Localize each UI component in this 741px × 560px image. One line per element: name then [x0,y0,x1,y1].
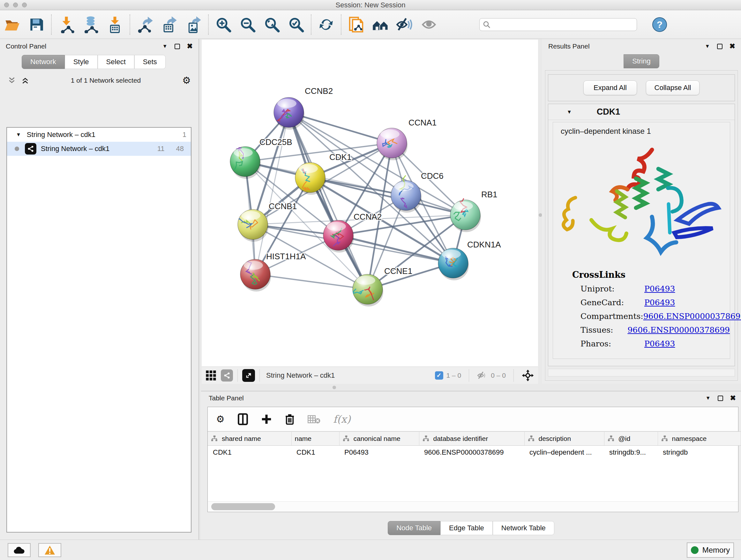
string-results-container: Expand All Collapse All ▼ CDK1 cyclin–de… [545,70,738,381]
network-node-ccna1[interactable]: CCNA1 [377,118,436,160]
crosslink-link[interactable]: P06493 [644,339,675,348]
network-row[interactable]: String Network – cdk1 11 48 [7,142,191,156]
scrollbar-thumb[interactable] [211,503,275,510]
table-horizontal-scrollbar[interactable] [208,501,738,511]
close-panel-icon[interactable]: ✖ [730,42,735,51]
float-panel-icon[interactable] [717,44,723,49]
column-header-database-identifier[interactable]: database identifier [419,432,524,446]
panel-menu-icon[interactable]: ▼ [705,395,711,401]
column-header-namespace[interactable]: namespace [658,432,741,446]
pan-move-icon[interactable] [522,369,534,382]
tab-edge-table[interactable]: Edge Table [441,521,493,535]
search-input[interactable] [493,21,633,28]
crosslink-label: Tissues: [581,325,627,334]
string-view-icon[interactable] [221,369,233,381]
collapse-all-icon[interactable] [8,76,16,84]
show-hidden-button[interactable] [420,16,438,34]
close-panel-icon[interactable]: ✖ [187,42,193,51]
import-network-database-button[interactable] [82,16,99,34]
show-all-networks-button[interactable] [372,16,389,34]
network-edge[interactable] [255,112,289,274]
table-cell[interactable]: CDK1 [208,446,291,459]
tab-node-table[interactable]: Node Table [388,521,441,535]
zoom-fit-button[interactable] [263,16,281,34]
float-panel-icon[interactable] [175,44,180,49]
column-header--id[interactable]: @id [604,432,658,446]
table-cell[interactable]: CDK1 [291,446,339,459]
panel-menu-icon[interactable]: ▼ [162,44,167,49]
tab-string-results[interactable]: String [623,54,659,68]
column-header-canonical-name[interactable]: canonical name [339,432,419,446]
network-node-ccnb1[interactable]: CCNB1 [238,201,297,242]
network-edge[interactable] [255,274,367,289]
export-network-button[interactable] [136,16,154,34]
expand-all-button[interactable]: Expand All [583,80,637,95]
node-details-header[interactable]: ▼ CDK1 [548,104,735,120]
show-columns-icon[interactable] [238,413,248,425]
table-cell[interactable]: stringdb:9... [604,446,658,459]
crosslink-link[interactable]: P06493 [644,298,675,307]
table-cell[interactable]: 9606.ENSP00000378699 [419,446,524,459]
help-button[interactable]: ? [652,17,667,32]
network-edge[interactable] [289,112,367,289]
crosslink-link[interactable]: 9606.ENSP00000378699 [643,312,741,321]
crosslink-link[interactable]: 9606.ENSP00000378699 [627,325,730,334]
zoom-out-button[interactable] [239,16,257,34]
memory-button[interactable]: Memory [687,543,734,558]
zoom-selected-button[interactable] [287,16,305,34]
open-in-new-window-icon[interactable] [242,369,255,382]
apply-layout-button[interactable] [317,16,335,34]
table-cell[interactable]: cyclin–dependent ... [524,446,604,459]
hide-selected-button[interactable] [396,16,414,34]
export-table-button[interactable] [160,16,178,34]
column-header-description[interactable]: description [524,432,604,446]
column-header-shared-name[interactable]: shared name [208,432,291,446]
export-image-button[interactable] [185,16,202,34]
network-node-cdkn1a[interactable]: CDKN1A [438,240,501,280]
network-view-toolbar: String Network – cdk1 ✓ 1 – 0 0 – 0 [202,367,538,384]
results-horizontal-scrollbar[interactable] [548,369,735,376]
network-node-cdc6[interactable]: CDC6 [391,171,444,212]
table-cell[interactable]: stringdb [658,446,741,459]
network-collection-row[interactable]: ▼ String Network – cdk1 1 [7,128,191,142]
table-panel-tabs: Node TableEdge TableNetwork Table [201,521,741,535]
network-node-cdc25b[interactable]: CDC25B [230,137,292,179]
import-network-file-button[interactable] [57,16,75,34]
save-session-button[interactable] [27,16,45,34]
column-header-name[interactable]: name [291,432,339,446]
close-panel-icon[interactable]: ✖ [730,394,736,402]
delete-column-trash-icon[interactable] [285,414,295,425]
table-options-gear-icon[interactable]: ⚙ [216,414,225,425]
copy-network-document-icon [347,16,365,33]
birds-eye-grid-icon[interactable] [205,370,216,381]
open-session-button[interactable] [3,16,21,34]
network-options-gear-icon[interactable]: ⚙ [182,75,191,86]
crosslink-row: GeneCard:P06493 [581,298,730,307]
add-column-icon[interactable] [261,414,272,425]
splitter-handle[interactable] [333,386,336,389]
collection-expander-icon[interactable]: ▼ [16,132,21,138]
float-panel-icon[interactable] [718,395,723,401]
table-row[interactable]: CDK1CDK1P064939606.ENSP00000378699cyclin… [208,446,741,459]
tab-style[interactable]: Style [65,55,98,69]
network-node-ccne1[interactable]: CCNE1 [353,266,412,307]
import-table-file-button[interactable] [106,16,124,34]
cloud-status-button[interactable] [8,543,30,557]
selected-indicator-checkbox[interactable]: ✓ [435,371,443,380]
tab-network-table[interactable]: Network Table [493,521,554,535]
tab-sets[interactable]: Sets [134,55,165,69]
network-node-hist1h1a[interactable]: HIST1H1A [240,252,306,292]
panel-menu-icon[interactable]: ▼ [705,44,710,49]
warnings-button[interactable] [38,543,61,557]
expand-all-icon[interactable] [21,76,29,84]
collapse-all-button[interactable]: Collapse All [646,80,699,95]
network-node-rb1[interactable]: RB1 [450,190,497,232]
table-cell[interactable]: P06493 [339,446,419,459]
crosslink-link[interactable]: P06493 [644,284,675,294]
clone-network-button[interactable] [347,16,365,34]
zoom-in-button[interactable] [214,16,232,34]
tab-select[interactable]: Select [98,55,134,69]
tab-network[interactable]: Network [22,55,65,69]
network-canvas[interactable]: CCNB2CCNA1CDC25BCDK1CDC6RB1CCNB1CCNA2CDK… [202,40,538,367]
entry-expander-icon[interactable]: ▼ [567,109,572,115]
